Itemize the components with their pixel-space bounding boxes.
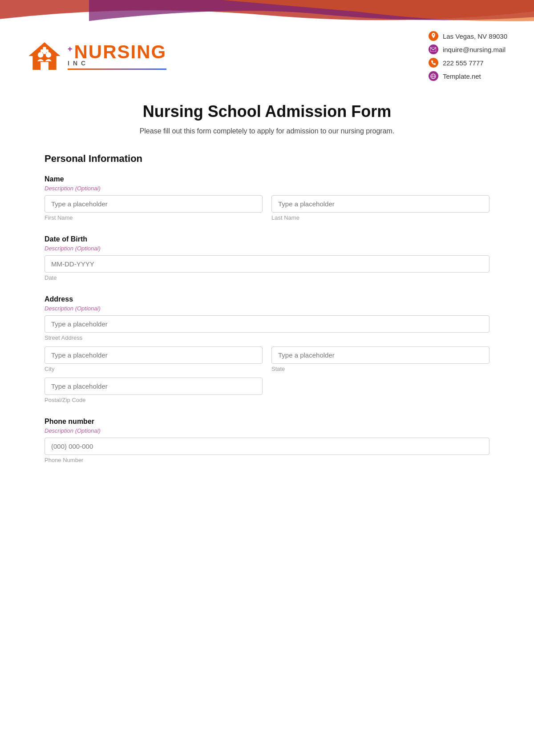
name-label: Name bbox=[44, 175, 490, 183]
header-content: +NURSING INC Las Vegas, NV 89030 bbox=[0, 22, 534, 89]
svg-rect-4 bbox=[40, 49, 49, 52]
city-sublabel: City bbox=[44, 366, 263, 372]
name-field-group: Name Description (Optional) First Name L… bbox=[44, 175, 490, 221]
first-name-input[interactable] bbox=[44, 195, 263, 213]
last-name-input[interactable] bbox=[271, 195, 490, 213]
phone-field-group: Phone number Description (Optional) Phon… bbox=[44, 418, 490, 463]
logo-nursing-text: +NURSING bbox=[68, 43, 166, 61]
dob-description: Description (Optional) bbox=[44, 245, 490, 252]
location-icon bbox=[429, 31, 438, 41]
main-content: Nursing School Admission Form Please fil… bbox=[0, 89, 534, 504]
logo-img: +NURSING INC bbox=[27, 38, 166, 74]
street-address-sublabel: Street Address bbox=[44, 334, 490, 341]
phone-input[interactable] bbox=[44, 438, 490, 455]
contact-web-row: Template.net bbox=[429, 71, 507, 81]
contact-address-row: Las Vegas, NV 89030 bbox=[429, 31, 507, 41]
phone-description: Description (Optional) bbox=[44, 427, 490, 434]
personal-info-title: Personal Information bbox=[44, 153, 490, 165]
form-title: Nursing School Admission Form bbox=[44, 102, 490, 121]
contact-email: inquire@nursing.mail bbox=[443, 46, 506, 53]
logo-name: NURSING bbox=[74, 41, 167, 62]
contact-email-row: inquire@nursing.mail bbox=[429, 44, 507, 54]
state-input[interactable] bbox=[271, 346, 490, 364]
last-name-wrap: Last Name bbox=[271, 195, 490, 221]
logo-area: +NURSING INC bbox=[27, 38, 166, 74]
city-input[interactable] bbox=[44, 346, 263, 364]
logo-plus: + bbox=[68, 44, 73, 53]
dob-sublabel: Date bbox=[44, 274, 490, 281]
header: +NURSING INC Las Vegas, NV 89030 bbox=[0, 0, 534, 89]
state-wrap: State bbox=[271, 346, 490, 372]
zip-input[interactable] bbox=[44, 378, 263, 395]
city-state-row: City State bbox=[44, 346, 490, 372]
logo-line bbox=[68, 68, 166, 70]
web-icon bbox=[429, 71, 438, 81]
contact-phone-row: 222 555 7777 bbox=[429, 58, 507, 68]
zip-row: Postal/Zip Code bbox=[44, 378, 490, 403]
state-sublabel: State bbox=[271, 366, 490, 372]
phone-icon bbox=[429, 58, 438, 68]
address-field-group: Address Description (Optional) Street Ad… bbox=[44, 295, 490, 403]
contact-phone: 222 555 7777 bbox=[443, 59, 484, 67]
zip-wrap: Postal/Zip Code bbox=[44, 378, 263, 403]
city-wrap: City bbox=[44, 346, 263, 372]
name-description: Description (Optional) bbox=[44, 185, 490, 192]
svg-point-1 bbox=[38, 52, 43, 57]
address-label: Address bbox=[44, 295, 490, 303]
logo-text-area: +NURSING INC bbox=[68, 43, 166, 70]
street-address-input[interactable] bbox=[44, 315, 490, 333]
email-icon bbox=[429, 44, 438, 54]
dob-field-group: Date of Birth Description (Optional) Dat… bbox=[44, 235, 490, 281]
svg-rect-5 bbox=[430, 47, 436, 52]
contact-website: Template.net bbox=[443, 72, 481, 80]
phone-field-single: Phone Number bbox=[44, 438, 490, 463]
dob-input[interactable] bbox=[44, 255, 490, 273]
svg-point-2 bbox=[46, 52, 51, 57]
nursing-logo-icon bbox=[27, 38, 62, 74]
last-name-sublabel: Last Name bbox=[271, 214, 490, 221]
first-name-wrap: First Name bbox=[44, 195, 263, 221]
contact-info: Las Vegas, NV 89030 inquire@nursing.mail… bbox=[429, 31, 507, 81]
street-address-wrap: Street Address bbox=[44, 315, 490, 341]
contact-address: Las Vegas, NV 89030 bbox=[443, 32, 507, 40]
logo-inc-text: INC bbox=[68, 60, 166, 67]
dob-label: Date of Birth bbox=[44, 235, 490, 243]
address-description: Description (Optional) bbox=[44, 305, 490, 312]
first-name-sublabel: First Name bbox=[44, 214, 263, 221]
name-field-row: First Name Last Name bbox=[44, 195, 490, 221]
form-subtitle: Please fill out this form completely to … bbox=[44, 127, 490, 135]
phone-label: Phone number bbox=[44, 418, 490, 426]
personal-info-section: Personal Information Name Description (O… bbox=[44, 153, 490, 463]
zip-sublabel: Postal/Zip Code bbox=[44, 397, 263, 403]
svg-marker-0 bbox=[28, 42, 60, 70]
dob-field-single: Date bbox=[44, 255, 490, 281]
phone-sublabel: Phone Number bbox=[44, 457, 490, 463]
logo-inc-label: INC bbox=[68, 60, 89, 67]
